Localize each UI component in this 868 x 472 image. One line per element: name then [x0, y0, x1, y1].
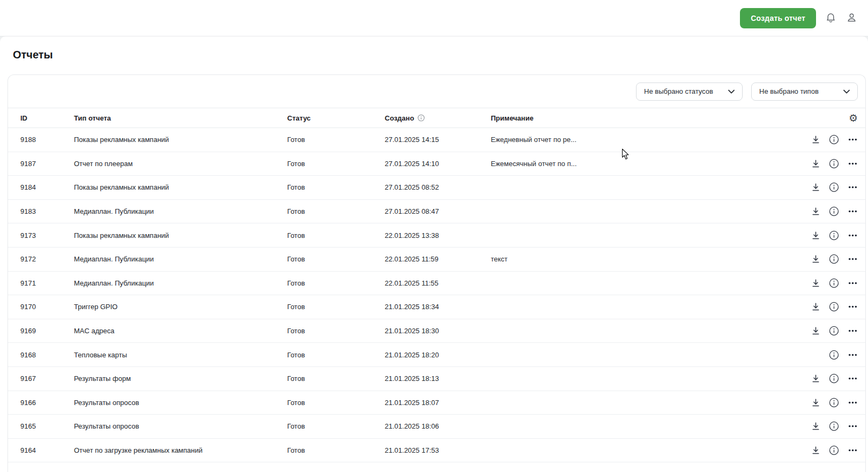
- filters-bar: Не выбрано статусов Не выбрано типов: [8, 75, 865, 108]
- download-icon[interactable]: [811, 398, 820, 407]
- table-row[interactable]: 9184 Показы рекламных кампаний Готов 27.…: [8, 176, 865, 200]
- row-menu-icon[interactable]: [848, 254, 858, 264]
- info-icon[interactable]: [829, 206, 839, 216]
- table-row[interactable]: 9188 Показы рекламных кампаний Готов 27.…: [8, 128, 865, 152]
- info-icon[interactable]: [829, 373, 839, 384]
- report-status: Готов: [287, 279, 385, 287]
- table-row[interactable]: 9168 Тепловые карты Готов 21.01.2025 18:…: [8, 343, 865, 367]
- report-id: 9183: [8, 207, 74, 215]
- download-icon[interactable]: [811, 422, 820, 431]
- table-settings-gear-icon[interactable]: ⚙: [849, 113, 858, 123]
- table-row[interactable]: 9173 Показы рекламных кампаний Готов 22.…: [8, 223, 865, 248]
- download-icon[interactable]: [811, 231, 820, 240]
- info-icon[interactable]: [829, 230, 839, 241]
- type-filter-dropdown[interactable]: Не выбрано типов: [751, 83, 858, 101]
- table-row[interactable]: 9187 Отчет по плеерам Готов 27.01.2025 1…: [8, 152, 865, 176]
- report-id: 9168: [8, 351, 74, 359]
- table-row[interactable]: 9172 Медиаплан. Публикации Готов 22.01.2…: [8, 248, 865, 272]
- row-menu-icon[interactable]: [848, 134, 858, 145]
- table-row[interactable]: 9167 Результаты форм Готов 21.01.2025 18…: [8, 367, 865, 391]
- row-menu-icon[interactable]: [848, 159, 858, 169]
- report-created: 22.01.2025 13:38: [385, 231, 491, 239]
- table-row[interactable]: 9166 Результаты опросов Готов 21.01.2025…: [8, 391, 865, 415]
- row-actions: [769, 206, 865, 216]
- table-header: ID Тип отчета Статус Создано Примечание …: [8, 108, 865, 128]
- row-menu-icon[interactable]: [848, 350, 858, 360]
- bell-icon[interactable]: [824, 12, 837, 25]
- table-row[interactable]: 9183 Медиаплан. Публикации Готов 27.01.2…: [8, 200, 865, 224]
- report-created: 27.01.2025 14:10: [385, 160, 491, 168]
- info-icon[interactable]: [829, 445, 839, 455]
- report-id: 9164: [8, 446, 74, 454]
- download-icon[interactable]: [811, 254, 820, 264]
- table-row[interactable]: 9169 MAC адреса Готов 21.01.2025 18:30: [8, 319, 865, 343]
- download-icon[interactable]: [811, 326, 820, 335]
- info-icon[interactable]: [829, 302, 839, 312]
- report-type: Показы рекламных кампаний: [74, 136, 287, 144]
- row-actions: [769, 159, 865, 169]
- info-icon[interactable]: [829, 326, 839, 336]
- report-status: Готов: [287, 207, 385, 215]
- download-icon[interactable]: [811, 374, 820, 383]
- report-created: 22.01.2025 11:55: [385, 279, 491, 287]
- report-type: Медиаплан. Публикации: [74, 255, 287, 263]
- info-icon[interactable]: [829, 159, 839, 169]
- info-icon[interactable]: [829, 134, 839, 145]
- row-actions: [769, 398, 865, 408]
- table-row[interactable]: 9171 Медиаплан. Публикации Готов 22.01.2…: [8, 272, 865, 296]
- user-icon[interactable]: [845, 12, 858, 25]
- row-actions: [769, 254, 865, 264]
- row-menu-icon[interactable]: [848, 445, 858, 455]
- report-id: 9170: [8, 303, 74, 311]
- info-icon[interactable]: [829, 254, 839, 264]
- report-created: 21.01.2025 18:20: [385, 351, 491, 359]
- row-actions: [769, 230, 865, 241]
- status-filter-dropdown[interactable]: Не выбрано статусов: [636, 83, 743, 101]
- download-icon[interactable]: [811, 159, 820, 168]
- info-icon[interactable]: [829, 182, 839, 192]
- row-menu-icon[interactable]: [848, 182, 858, 192]
- info-icon[interactable]: [829, 398, 839, 408]
- row-menu-icon[interactable]: [848, 302, 858, 312]
- row-actions: [769, 445, 865, 455]
- report-id: 9166: [8, 399, 74, 407]
- row-menu-icon[interactable]: [848, 398, 858, 408]
- report-created: 22.01.2025 11:59: [385, 255, 491, 263]
- create-report-button[interactable]: Создать отчет: [740, 8, 816, 28]
- row-menu-icon[interactable]: [848, 278, 858, 288]
- row-actions: [769, 182, 865, 192]
- report-created: 21.01.2025 18:13: [385, 374, 491, 383]
- report-created: 27.01.2025 08:52: [385, 183, 491, 191]
- info-icon[interactable]: [829, 350, 839, 360]
- row-menu-icon[interactable]: [848, 206, 858, 216]
- info-icon[interactable]: [829, 421, 839, 431]
- report-created: 21.01.2025 18:07: [385, 399, 491, 407]
- download-icon[interactable]: [811, 183, 820, 192]
- col-header-created-label: Создано: [385, 114, 414, 122]
- report-type: Тепловые карты: [74, 351, 287, 359]
- report-status: Готов: [287, 374, 385, 383]
- report-status: Готов: [287, 183, 385, 191]
- report-type: MAC адреса: [74, 327, 287, 335]
- download-icon[interactable]: [811, 279, 820, 288]
- table-row[interactable]: 9165 Результаты опросов Готов 21.01.2025…: [8, 415, 865, 439]
- report-id: 9165: [8, 422, 74, 430]
- row-menu-icon[interactable]: [848, 230, 858, 241]
- table-row[interactable]: 9170 Триггер GPIO Готов 21.01.2025 18:34: [8, 295, 865, 319]
- row-actions: [769, 350, 865, 360]
- download-icon[interactable]: [811, 302, 820, 311]
- report-id: 9173: [8, 231, 74, 239]
- download-icon[interactable]: [811, 135, 820, 144]
- info-icon[interactable]: [829, 278, 839, 288]
- report-type: Медиаплан. Публикации: [74, 279, 287, 287]
- row-menu-icon[interactable]: [848, 326, 858, 336]
- download-icon[interactable]: [811, 207, 820, 216]
- table-body: 9188 Показы рекламных кампаний Готов 27.…: [8, 128, 865, 462]
- table-row[interactable]: 9164 Отчет по загрузке рекламных кампани…: [8, 439, 865, 463]
- row-menu-icon[interactable]: [848, 421, 858, 431]
- report-id: 9171: [8, 279, 74, 287]
- created-info-icon[interactable]: [417, 114, 425, 122]
- row-menu-icon[interactable]: [848, 373, 858, 384]
- download-icon[interactable]: [811, 446, 820, 455]
- report-created: 21.01.2025 18:06: [385, 422, 491, 430]
